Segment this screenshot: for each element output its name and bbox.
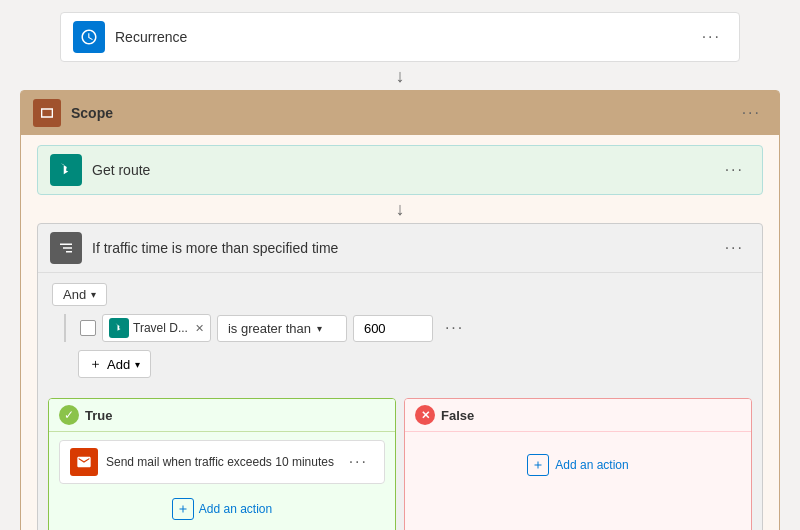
send-mail-icon xyxy=(70,448,98,476)
recurrence-title: Recurrence xyxy=(115,29,696,45)
add-action-plus-icon xyxy=(177,503,189,515)
condition-row: Travel D... ✕ is greater than ▾ ··· xyxy=(64,314,748,342)
false-add-plus-icon xyxy=(532,459,544,471)
add-action-icon xyxy=(172,498,194,520)
add-row: ＋ Add ▾ xyxy=(78,350,748,378)
false-add-action-button[interactable]: Add an action xyxy=(415,440,741,490)
get-route-title: Get route xyxy=(92,162,719,178)
scope-container: Scope ··· Get route ··· ↓ xyxy=(20,90,780,530)
arrow-down-2: ↓ xyxy=(37,195,763,223)
plus-icon: ＋ xyxy=(89,355,102,373)
false-add-action-icon xyxy=(527,454,549,476)
condition-symbol-icon xyxy=(57,239,75,257)
condition-title: If traffic time is more than specified t… xyxy=(92,240,719,256)
condition-more-button[interactable]: ··· xyxy=(719,237,750,259)
send-mail-text: Send mail when traffic exceeds 10 minute… xyxy=(106,455,343,469)
false-add-action-label: Add an action xyxy=(555,458,628,472)
true-check-icon: ✓ xyxy=(59,405,79,425)
send-mail-block: Send mail when traffic exceeds 10 minute… xyxy=(59,440,385,484)
scope-symbol-icon xyxy=(39,105,55,121)
value-input[interactable] xyxy=(353,315,433,342)
condition-body: And ▾ Travel D... xyxy=(38,273,762,388)
false-label: False xyxy=(441,408,474,423)
travel-tag-label: Travel D... xyxy=(133,321,188,335)
bing-logo-icon xyxy=(57,161,75,179)
recurrence-more-button[interactable]: ··· xyxy=(696,26,727,48)
true-false-panels: ✓ True Send mail when traffic exceed xyxy=(38,398,762,530)
recurrence-block: Recurrence ··· xyxy=(60,12,740,62)
get-route-more-button[interactable]: ··· xyxy=(719,159,750,181)
condition-header: If traffic time is more than specified t… xyxy=(38,224,762,273)
scope-inner: Get route ··· ↓ If traffic time is more … xyxy=(21,135,779,530)
add-button[interactable]: ＋ Add ▾ xyxy=(78,350,151,378)
condition-icon xyxy=(50,232,82,264)
true-panel-inner: Send mail when traffic exceeds 10 minute… xyxy=(49,432,395,530)
travel-tag: Travel D... ✕ xyxy=(102,314,211,342)
recurrence-icon xyxy=(73,21,105,53)
clock-icon xyxy=(80,28,98,46)
scope-icon xyxy=(33,99,61,127)
operator-dropdown[interactable]: is greater than ▾ xyxy=(217,315,347,342)
operator-chevron-icon: ▾ xyxy=(317,323,322,334)
and-label: And xyxy=(63,287,86,302)
condition-row-more-button[interactable]: ··· xyxy=(439,317,470,339)
true-label: True xyxy=(85,408,112,423)
scope-header: Scope ··· xyxy=(21,91,779,135)
false-panel-inner: Add an action xyxy=(405,432,751,498)
false-x-icon: ✕ xyxy=(415,405,435,425)
true-add-action-label: Add an action xyxy=(199,502,272,516)
send-mail-more-button[interactable]: ··· xyxy=(343,451,374,473)
operator-label: is greater than xyxy=(228,321,311,336)
scope-title: Scope xyxy=(71,105,736,121)
condition-checkbox[interactable] xyxy=(80,320,96,336)
true-header: ✓ True xyxy=(49,399,395,432)
arrow-down-1: ↓ xyxy=(16,62,784,90)
false-header: ✕ False xyxy=(405,399,751,432)
travel-tag-bing-icon xyxy=(109,318,129,338)
bing-get-route-icon xyxy=(50,154,82,186)
get-route-block: Get route ··· xyxy=(37,145,763,195)
scope-more-button[interactable]: ··· xyxy=(736,102,767,124)
outlook-mail-icon xyxy=(76,454,92,470)
condition-block: If traffic time is more than specified t… xyxy=(37,223,763,530)
and-dropdown[interactable]: And ▾ xyxy=(52,283,107,306)
bing-small-icon xyxy=(113,322,125,334)
and-chevron-icon: ▾ xyxy=(91,289,96,300)
travel-tag-close-button[interactable]: ✕ xyxy=(195,322,204,335)
true-panel: ✓ True Send mail when traffic exceed xyxy=(48,398,396,530)
true-add-action-button[interactable]: Add an action xyxy=(59,492,385,526)
false-panel: ✕ False Add an action xyxy=(404,398,752,530)
add-label: Add xyxy=(107,357,130,372)
add-chevron-icon: ▾ xyxy=(135,359,140,370)
